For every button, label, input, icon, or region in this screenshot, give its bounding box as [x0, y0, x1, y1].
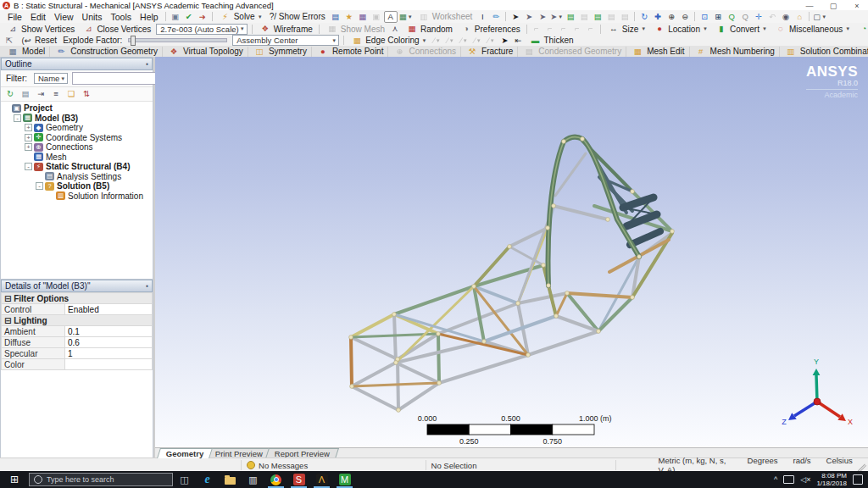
select-multi-icon[interactable]: ▤: [592, 12, 604, 22]
tab-mesh-edit[interactable]: ▦Mesh Edit: [626, 47, 689, 57]
details-header[interactable]: Details of "Model (B3)" ▪: [1, 280, 153, 292]
assembly-center-combo[interactable]: Assembly Center▼: [232, 35, 339, 46]
select-mode-icon[interactable]: ➤: [509, 12, 521, 22]
maximize-button[interactable]: ▢: [827, 2, 839, 11]
ansys-icon[interactable]: Λ: [310, 471, 333, 488]
expand-icon[interactable]: +: [25, 134, 32, 141]
explode-factor-slider[interactable]: [128, 38, 227, 42]
network-icon[interactable]: [783, 475, 794, 484]
miscellaneous-menu-button[interactable]: ◌Miscellaneous▼: [771, 24, 853, 34]
status-messages-cell[interactable]: No Messages: [242, 460, 426, 470]
wireframe-button[interactable]: ❖Wireframe: [256, 24, 315, 34]
pan-icon[interactable]: ✚: [652, 12, 664, 22]
preferences-button[interactable]: ◑Preferences: [457, 24, 523, 34]
edge-direction-arrow-icon[interactable]: ➤: [499, 36, 511, 46]
collapse-icon[interactable]: -: [25, 163, 32, 170]
context-window-icon[interactable]: ▣: [170, 12, 181, 22]
pin-icon[interactable]: ▪: [146, 60, 148, 68]
explode-icon[interactable]: ⇱: [3, 36, 15, 46]
tree-item-analysis-settings[interactable]: ▤Analysis Settings: [3, 172, 153, 182]
store-icon[interactable]: ▥: [242, 471, 264, 488]
tree-item-mesh[interactable]: ▦Mesh: [3, 152, 153, 163]
thicken-button[interactable]: ▬Thicken: [526, 36, 576, 46]
edge-coloring-button[interactable]: ▦Edge Coloring▼: [348, 36, 429, 46]
zoom-in-icon[interactable]: ⊕: [665, 12, 677, 22]
graphics-viewport[interactable]: 0.0000.5001.000 (m)0.2500.750YXZ ANSYS R…: [155, 57, 868, 447]
mechanical-icon[interactable]: M: [333, 471, 356, 488]
tray-chevron-icon[interactable]: ^: [774, 475, 777, 484]
image-capture-icon[interactable]: ▦: [357, 12, 369, 22]
pin-icon[interactable]: ▪: [146, 282, 148, 290]
zoom-out-icon[interactable]: ⊖: [679, 12, 691, 22]
slider-thumb[interactable]: [131, 36, 136, 46]
solve-button[interactable]: ⚡Solve▼: [216, 12, 265, 22]
box-zoom-icon[interactable]: ⊡: [698, 12, 710, 22]
image-export-icon[interactable]: ▦▼: [399, 12, 413, 22]
tab-solution-combination[interactable]: ▥Solution Combination: [780, 47, 868, 57]
details-value[interactable]: [65, 359, 153, 370]
expand-icon[interactable]: +: [25, 143, 32, 151]
convert-menu-button[interactable]: ▮Convert▼: [712, 24, 770, 34]
expand-icon[interactable]: +: [25, 124, 32, 131]
details-section-title[interactable]: ⊟ Lighting: [2, 315, 153, 326]
view-tab-geometry[interactable]: Geometry: [157, 448, 213, 458]
menu-edit[interactable]: Edit: [26, 12, 50, 22]
annotate-icon[interactable]: ✏: [490, 12, 502, 22]
solidworks-icon[interactable]: S: [287, 471, 310, 488]
details-value[interactable]: Enabled: [65, 304, 153, 315]
edge-midside-icon[interactable]: ⇤: [513, 36, 525, 46]
select-face-icon[interactable]: ➤▼: [550, 12, 563, 22]
menu-tools[interactable]: Tools: [107, 12, 136, 22]
start-button[interactable]: ⊞: [0, 471, 29, 488]
show-errors-button[interactable]: ?/ Show Errors: [267, 12, 328, 22]
task-view-icon[interactable]: ◫: [173, 471, 196, 488]
triad-axis-x[interactable]: [817, 402, 840, 417]
tolerances-button[interactable]: ◔Tolerances: [854, 24, 868, 34]
tab-mesh-numbering[interactable]: #Mesh Numbering: [690, 47, 780, 57]
go-websearch-icon[interactable]: ✔: [183, 12, 195, 22]
tree-item-geometry[interactable]: +◆Geometry: [3, 123, 153, 133]
vertex-scale-combo[interactable]: 2.7e-003 (Auto Scale)▼: [156, 24, 247, 35]
tree-refresh-icon[interactable]: ↻: [4, 89, 16, 99]
random-colors-button[interactable]: ▦Random: [403, 24, 455, 34]
zoom-fit-icon[interactable]: ⊞: [712, 12, 724, 22]
select-edge-icon[interactable]: ➤: [537, 12, 548, 22]
minimize-button[interactable]: —: [804, 2, 815, 11]
tree-graph-icon[interactable]: ▤: [19, 89, 31, 99]
tab-remote-point[interactable]: ●Remote Point: [312, 47, 389, 57]
details-value[interactable]: 0.1: [65, 326, 153, 337]
collapse-tree-icon[interactable]: ≡: [50, 89, 62, 99]
tree-item-model-b3-[interactable]: -▦Model (B3): [3, 114, 153, 124]
tree-item-connections[interactable]: +⊕Connections: [3, 142, 153, 152]
font-icon[interactable]: A: [384, 11, 398, 23]
select-vertex-icon[interactable]: ➤: [523, 12, 535, 22]
magnifier-on-icon[interactable]: Q: [726, 12, 737, 22]
details-value[interactable]: 1: [65, 348, 153, 359]
size-menu-button[interactable]: ↔Size▼: [604, 24, 648, 34]
show-vertices-button[interactable]: ⊿Show Vertices: [3, 24, 77, 34]
tag-cursor-icon[interactable]: I: [476, 12, 488, 22]
reset-button[interactable]: (↩Reset: [17, 36, 59, 46]
close-button[interactable]: ×: [851, 2, 863, 11]
tree-item-solution-information[interactable]: ▥Solution Information: [3, 191, 153, 202]
taskbar-clock[interactable]: 8:08 PM 1/18/2018: [816, 472, 847, 487]
volume-muted-icon[interactable]: ◁×: [800, 475, 810, 484]
menu-help[interactable]: Help: [136, 12, 163, 22]
outline-header[interactable]: Outline ▪: [1, 58, 153, 70]
mesh-quality-icon[interactable]: ⋏: [389, 24, 401, 34]
tab-virtual-topology[interactable]: ❖Virtual Topology: [163, 47, 248, 57]
insert-object-icon[interactable]: ➜: [197, 12, 209, 22]
details-value[interactable]: 0.6: [65, 337, 153, 348]
tree-folder-icon[interactable]: ❏: [65, 89, 77, 99]
collapse-icon[interactable]: -: [36, 182, 43, 190]
triad-axis-y[interactable]: [816, 375, 817, 402]
tab-model[interactable]: ▦Model: [2, 47, 50, 57]
model-canvas[interactable]: 0.0000.5001.000 (m)0.2500.750YXZ: [155, 57, 868, 447]
viewports-icon[interactable]: ▢▼: [813, 12, 826, 22]
triad-origin[interactable]: [814, 398, 821, 405]
tab-fracture[interactable]: ⚒Fracture: [461, 47, 518, 57]
rotate-icon[interactable]: ↻: [638, 12, 650, 22]
menu-file[interactable]: File: [3, 12, 26, 22]
taskbar-search[interactable]: Type here to search: [29, 473, 173, 486]
notes-icon[interactable]: ▤: [330, 12, 342, 22]
